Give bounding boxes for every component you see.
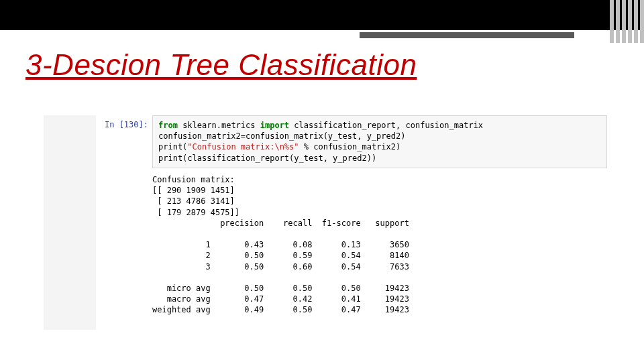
cell-prompt: In [130]: — [96, 119, 152, 130]
code-text: print( — [158, 142, 187, 152]
jupyter-margin — [44, 115, 96, 330]
slide-title: 3-Descion Tree Classification — [25, 48, 417, 82]
code-line-3: print("Confusion matrix:\n%s" % confusio… — [158, 141, 601, 152]
code-text: % confusion_matrix2) — [299, 142, 401, 152]
header-accent-stripe — [360, 32, 574, 38]
code-line-4: print(classification_report(y_test, y_pr… — [158, 153, 601, 164]
code-text: sklearn.metrics — [178, 121, 260, 130]
header-vertical-lines — [608, 0, 644, 43]
code-line-2: confusion_matrix2=confusion_matrix(y_tes… — [158, 131, 601, 141]
code-string: "Confusion matrix:\n%s" — [187, 142, 299, 152]
kw-import: import — [260, 121, 289, 130]
kw-from: from — [158, 121, 178, 130]
code-cell: from sklearn.metrics import classificati… — [152, 115, 607, 168]
slide: 3-Descion Tree Classification In [130]: … — [0, 0, 644, 362]
code-text: classification_report, confusion_matrix — [289, 121, 483, 130]
cell-output: Confusion matrix: [[ 290 1909 1451] [ 21… — [152, 174, 409, 315]
code-line-1: from sklearn.metrics import classificati… — [158, 120, 601, 131]
header-black-bar — [0, 0, 644, 30]
